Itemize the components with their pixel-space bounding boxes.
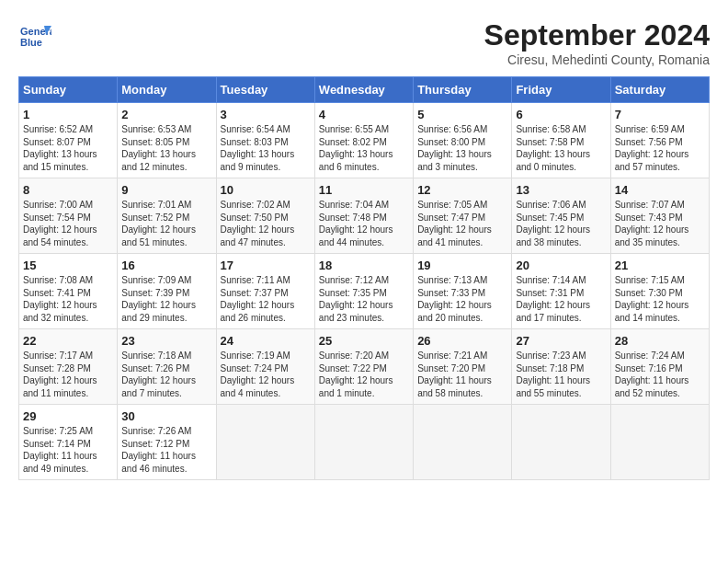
weekday-header: Friday (512, 77, 610, 103)
day-info: Sunrise: 7:17 AM Sunset: 7:28 PM Dayligh… (23, 350, 97, 398)
day-info: Sunrise: 7:04 AM Sunset: 7:48 PM Dayligh… (319, 200, 393, 247)
day-number: 13 (516, 183, 606, 197)
page-header: General Blue September 2024 Ciresu, Mehe… (18, 18, 710, 67)
calendar-day-cell (216, 405, 314, 480)
weekday-header: Sunday (19, 77, 118, 103)
day-info: Sunrise: 6:52 AM Sunset: 8:07 PM Dayligh… (23, 124, 97, 172)
month-title: September 2024 (484, 18, 710, 52)
day-info: Sunrise: 7:21 AM Sunset: 7:20 PM Dayligh… (417, 350, 492, 398)
calendar-day-cell: 26 Sunrise: 7:21 AM Sunset: 7:20 PM Dayl… (414, 329, 512, 405)
calendar-day-cell (414, 405, 512, 480)
day-number: 11 (319, 183, 409, 197)
day-info: Sunrise: 7:24 AM Sunset: 7:16 PM Dayligh… (615, 350, 689, 398)
calendar-day-cell: 30 Sunrise: 7:26 AM Sunset: 7:12 PM Dayl… (118, 405, 216, 480)
calendar-week-row: 29 Sunrise: 7:25 AM Sunset: 7:14 PM Dayl… (19, 405, 710, 480)
calendar-day-cell: 1 Sunrise: 6:52 AM Sunset: 8:07 PM Dayli… (19, 103, 118, 178)
day-number: 9 (121, 183, 211, 197)
calendar-day-cell (512, 405, 610, 480)
calendar-day-cell: 20 Sunrise: 7:14 AM Sunset: 7:31 PM Dayl… (512, 254, 610, 329)
day-info: Sunrise: 7:00 AM Sunset: 7:54 PM Dayligh… (23, 200, 97, 247)
day-number: 16 (121, 259, 211, 272)
calendar-day-cell: 19 Sunrise: 7:13 AM Sunset: 7:33 PM Dayl… (414, 254, 512, 329)
day-number: 17 (221, 259, 311, 272)
day-number: 12 (417, 183, 507, 197)
calendar-day-cell (314, 405, 413, 480)
day-info: Sunrise: 6:54 AM Sunset: 8:03 PM Dayligh… (221, 124, 295, 172)
day-number: 26 (417, 334, 507, 348)
day-number: 23 (121, 334, 211, 348)
calendar-day-cell: 29 Sunrise: 7:25 AM Sunset: 7:14 PM Dayl… (19, 405, 118, 480)
day-info: Sunrise: 7:19 AM Sunset: 7:24 PM Dayligh… (221, 350, 295, 398)
calendar-day-cell: 14 Sunrise: 7:07 AM Sunset: 7:43 PM Dayl… (610, 178, 709, 254)
calendar-day-cell: 4 Sunrise: 6:55 AM Sunset: 8:02 PM Dayli… (314, 103, 413, 178)
calendar-day-cell: 5 Sunrise: 6:56 AM Sunset: 8:00 PM Dayli… (414, 103, 512, 178)
calendar-day-cell: 17 Sunrise: 7:11 AM Sunset: 7:37 PM Dayl… (216, 254, 314, 329)
day-info: Sunrise: 7:25 AM Sunset: 7:14 PM Dayligh… (23, 426, 97, 474)
day-info: Sunrise: 7:15 AM Sunset: 7:30 PM Dayligh… (615, 275, 689, 323)
weekday-header: Monday (118, 77, 216, 103)
day-info: Sunrise: 6:56 AM Sunset: 8:00 PM Dayligh… (417, 124, 492, 172)
day-info: Sunrise: 7:18 AM Sunset: 7:26 PM Dayligh… (121, 350, 196, 398)
day-number: 3 (221, 108, 311, 121)
calendar-day-cell: 22 Sunrise: 7:17 AM Sunset: 7:28 PM Dayl… (19, 329, 118, 405)
day-number: 15 (23, 259, 113, 272)
weekday-header: Saturday (610, 77, 709, 103)
calendar-day-cell: 6 Sunrise: 6:58 AM Sunset: 7:58 PM Dayli… (512, 103, 610, 178)
calendar-week-row: 22 Sunrise: 7:17 AM Sunset: 7:28 PM Dayl… (19, 329, 710, 405)
calendar-day-cell: 25 Sunrise: 7:20 AM Sunset: 7:22 PM Dayl… (314, 329, 413, 405)
day-number: 20 (516, 259, 606, 272)
calendar-day-cell: 2 Sunrise: 6:53 AM Sunset: 8:05 PM Dayli… (118, 103, 216, 178)
weekday-header: Thursday (414, 77, 512, 103)
calendar-day-cell: 15 Sunrise: 7:08 AM Sunset: 7:41 PM Dayl… (19, 254, 118, 329)
calendar-day-cell: 16 Sunrise: 7:09 AM Sunset: 7:39 PM Dayl… (118, 254, 216, 329)
day-info: Sunrise: 7:26 AM Sunset: 7:12 PM Dayligh… (121, 426, 196, 474)
calendar-day-cell: 13 Sunrise: 7:06 AM Sunset: 7:45 PM Dayl… (512, 178, 610, 254)
day-number: 30 (121, 409, 211, 423)
day-info: Sunrise: 7:09 AM Sunset: 7:39 PM Dayligh… (121, 275, 196, 323)
day-number: 5 (417, 108, 507, 121)
day-number: 24 (221, 334, 311, 348)
calendar-day-cell: 8 Sunrise: 7:00 AM Sunset: 7:54 PM Dayli… (19, 178, 118, 254)
day-info: Sunrise: 6:53 AM Sunset: 8:05 PM Dayligh… (121, 124, 196, 172)
day-info: Sunrise: 7:07 AM Sunset: 7:43 PM Dayligh… (615, 200, 689, 247)
weekday-header: Tuesday (216, 77, 314, 103)
calendar-day-cell: 3 Sunrise: 6:54 AM Sunset: 8:03 PM Dayli… (216, 103, 314, 178)
day-number: 25 (319, 334, 409, 348)
svg-text:Blue: Blue (20, 37, 42, 48)
calendar-day-cell: 27 Sunrise: 7:23 AM Sunset: 7:18 PM Dayl… (512, 329, 610, 405)
calendar-day-cell: 23 Sunrise: 7:18 AM Sunset: 7:26 PM Dayl… (118, 329, 216, 405)
calendar-week-row: 8 Sunrise: 7:00 AM Sunset: 7:54 PM Dayli… (19, 178, 710, 254)
calendar-day-cell (610, 405, 709, 480)
day-number: 10 (221, 183, 311, 197)
day-number: 18 (319, 259, 409, 272)
weekday-header: Wednesday (314, 77, 413, 103)
calendar-day-cell: 10 Sunrise: 7:02 AM Sunset: 7:50 PM Dayl… (216, 178, 314, 254)
logo: General Blue (18, 18, 51, 52)
day-info: Sunrise: 7:11 AM Sunset: 7:37 PM Dayligh… (221, 275, 295, 323)
calendar-week-row: 15 Sunrise: 7:08 AM Sunset: 7:41 PM Dayl… (19, 254, 710, 329)
day-info: Sunrise: 7:14 AM Sunset: 7:31 PM Dayligh… (516, 275, 590, 323)
calendar-day-cell: 9 Sunrise: 7:01 AM Sunset: 7:52 PM Dayli… (118, 178, 216, 254)
day-number: 27 (516, 334, 606, 348)
calendar-day-cell: 24 Sunrise: 7:19 AM Sunset: 7:24 PM Dayl… (216, 329, 314, 405)
day-info: Sunrise: 7:12 AM Sunset: 7:35 PM Dayligh… (319, 275, 393, 323)
day-number: 19 (417, 259, 507, 272)
day-number: 21 (615, 259, 705, 272)
day-info: Sunrise: 7:05 AM Sunset: 7:47 PM Dayligh… (417, 200, 492, 247)
location-subtitle: Ciresu, Mehedinti County, Romania (484, 52, 710, 67)
calendar-day-cell: 28 Sunrise: 7:24 AM Sunset: 7:16 PM Dayl… (610, 329, 709, 405)
calendar-day-cell: 7 Sunrise: 6:59 AM Sunset: 7:56 PM Dayli… (610, 103, 709, 178)
calendar-day-cell: 21 Sunrise: 7:15 AM Sunset: 7:30 PM Dayl… (610, 254, 709, 329)
logo-icon: General Blue (18, 18, 51, 52)
day-number: 22 (23, 334, 113, 348)
day-info: Sunrise: 7:06 AM Sunset: 7:45 PM Dayligh… (516, 200, 590, 247)
day-number: 14 (615, 183, 705, 197)
day-number: 29 (23, 409, 113, 423)
day-number: 7 (615, 108, 705, 121)
day-number: 28 (615, 334, 705, 348)
day-info: Sunrise: 6:59 AM Sunset: 7:56 PM Dayligh… (615, 124, 689, 172)
day-info: Sunrise: 7:20 AM Sunset: 7:22 PM Dayligh… (319, 350, 393, 398)
day-number: 4 (319, 108, 409, 121)
day-info: Sunrise: 7:08 AM Sunset: 7:41 PM Dayligh… (23, 275, 97, 323)
day-info: Sunrise: 7:01 AM Sunset: 7:52 PM Dayligh… (121, 200, 196, 247)
